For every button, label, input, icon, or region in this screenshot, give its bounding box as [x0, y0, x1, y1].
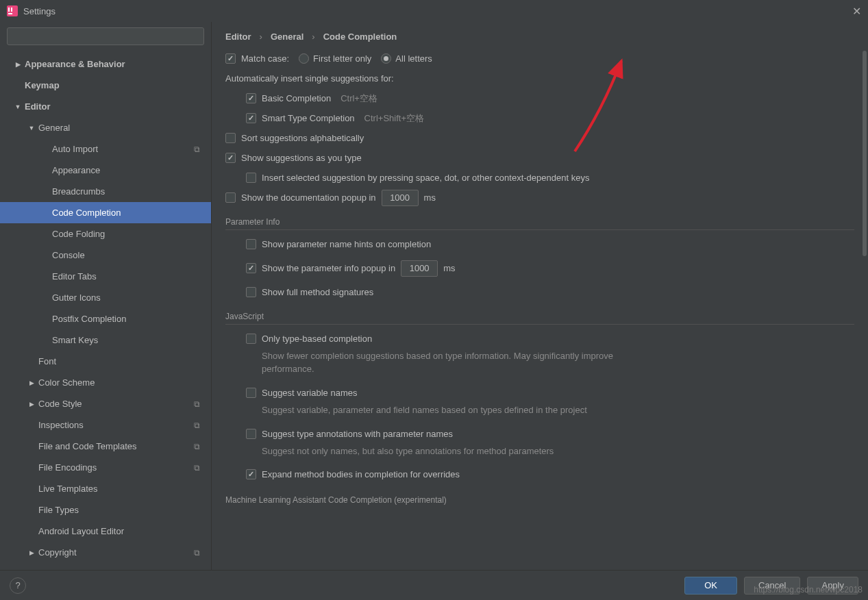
- tree-item-label: Live Templates: [38, 484, 97, 494]
- tree-item-label: Keymap: [25, 80, 60, 90]
- basic-completion-shortcut: Ctrl+空格: [340, 92, 377, 105]
- all-letters-radio[interactable]: [381, 53, 391, 64]
- param-popup-pre: Show the parameter info popup in: [262, 263, 395, 273]
- tree-item-editor-tabs[interactable]: ▶Editor Tabs: [0, 266, 211, 287]
- basic-completion-label: Basic Completion: [262, 93, 331, 103]
- tree-item-breadcrumbs[interactable]: ▶Breadcrumbs: [0, 181, 211, 202]
- tree-item-label: Code Completion: [52, 208, 121, 218]
- show-as-type-checkbox[interactable]: [225, 153, 236, 163]
- breadcrumb: Editor › General › Code Completion: [212, 22, 868, 49]
- scope-icon: ⧉: [194, 421, 200, 430]
- js-type-checkbox[interactable]: [246, 334, 256, 344]
- tree-item-label: Font: [38, 356, 56, 366]
- js-expand-checkbox[interactable]: [246, 469, 256, 479]
- section-ml: Machine Learning Assistant Code Completi…: [225, 495, 854, 508]
- js-type-desc: Show fewer completion suggestions based …: [262, 350, 618, 376]
- match-case-checkbox[interactable]: [225, 53, 236, 64]
- tree-item-file-and-code-templates[interactable]: ▶File and Code Templates⧉: [0, 436, 211, 457]
- chevron-down-icon: ▼: [26, 125, 37, 132]
- js-var-checkbox[interactable]: [246, 388, 256, 398]
- tree-item-label: Breadcrumbs: [52, 186, 105, 197]
- tree-item-code-completion[interactable]: ▶Code Completion: [0, 202, 211, 223]
- tree-item-label: Postfix Completion: [52, 314, 126, 324]
- sidebar: 🔍 ▶Appearance & Behavior▶Keymap▼Editor▼G…: [0, 22, 212, 570]
- doc-popup-input[interactable]: [382, 190, 419, 206]
- tree-item-code-style[interactable]: ▶Code Style⧉: [0, 393, 211, 414]
- tree-item-gutter-icons[interactable]: ▶Gutter Icons: [0, 287, 211, 308]
- tree-item-color-scheme[interactable]: ▶Color Scheme: [0, 372, 211, 393]
- search-input[interactable]: [7, 27, 204, 45]
- ok-button[interactable]: OK: [684, 577, 737, 595]
- watermark: https://blog.csdn.net/wpc2018: [754, 585, 863, 595]
- chevron-right-icon: ›: [260, 32, 262, 42]
- chevron-right-icon: ›: [312, 32, 314, 42]
- chevron-right-icon: ▶: [26, 549, 37, 556]
- param-hints-checkbox[interactable]: [246, 239, 256, 249]
- js-ann-desc: Suggest not only names, but also type an…: [262, 445, 618, 458]
- first-letter-radio[interactable]: [299, 53, 309, 64]
- breadcrumb-general[interactable]: General: [271, 32, 303, 42]
- tree-item-file-encodings[interactable]: ▶File Encodings⧉: [0, 457, 211, 478]
- titlebar: Settings ✕: [0, 0, 868, 22]
- section-javascript: JavaScript: [225, 312, 854, 325]
- doc-popup-pre: Show the documentation popup in: [241, 192, 376, 203]
- scope-icon: ⧉: [194, 463, 200, 473]
- tree-item-smart-keys[interactable]: ▶Smart Keys: [0, 329, 211, 351]
- scrollbar[interactable]: [863, 51, 867, 256]
- chevron-right-icon: ▶: [12, 61, 23, 68]
- tree-item-label: General: [38, 123, 70, 133]
- tree-item-auto-import[interactable]: ▶Auto Import⧉: [0, 138, 211, 160]
- tree-item-postfix-completion[interactable]: ▶Postfix Completion: [0, 308, 211, 329]
- js-type-label: Only type-based completion: [262, 334, 372, 344]
- chevron-right-icon: ▶: [26, 379, 37, 386]
- tree-item-file-types[interactable]: ▶File Types: [0, 499, 211, 521]
- tree-item-appearance[interactable]: ▶Appearance: [0, 160, 211, 181]
- close-icon[interactable]: ✕: [852, 5, 861, 18]
- tree-item-label: Inspections: [38, 420, 84, 430]
- settings-tree: ▶Appearance & Behavior▶Keymap▼Editor▼Gen…: [0, 51, 211, 570]
- sort-alpha-checkbox[interactable]: [225, 133, 236, 143]
- js-ann-checkbox[interactable]: [246, 429, 256, 439]
- first-letter-label: First letter only: [313, 53, 371, 64]
- tree-item-inspections[interactable]: ▶Inspections⧉: [0, 414, 211, 436]
- tree-item-label: Console: [52, 250, 85, 260]
- scope-icon: ⧉: [194, 399, 200, 409]
- full-sig-label: Show full method signatures: [262, 287, 373, 297]
- smart-completion-checkbox[interactable]: [246, 113, 256, 123]
- tree-item-keymap[interactable]: ▶Keymap: [0, 75, 211, 96]
- section-parameter-info: Parameter Info: [225, 217, 854, 230]
- insert-selected-checkbox[interactable]: [246, 173, 256, 183]
- js-var-desc: Suggest variable, parameter and field na…: [262, 404, 618, 417]
- breadcrumb-code-completion: Code Completion: [323, 32, 397, 42]
- tree-item-code-folding[interactable]: ▶Code Folding: [0, 223, 211, 245]
- tree-item-appearance-behavior[interactable]: ▶Appearance & Behavior: [0, 53, 211, 75]
- tree-item-label: Android Layout Editor: [38, 526, 124, 536]
- tree-item-live-templates[interactable]: ▶Live Templates: [0, 478, 211, 499]
- tree-item-editor[interactable]: ▼Editor: [0, 96, 211, 117]
- tree-item-label: Gutter Icons: [52, 292, 101, 303]
- basic-completion-checkbox[interactable]: [246, 93, 256, 103]
- full-sig-checkbox[interactable]: [246, 287, 256, 297]
- tree-item-label: Code Folding: [52, 229, 105, 239]
- sort-alpha-label: Sort suggestions alphabetically: [241, 133, 364, 143]
- insert-selected-label: Insert selected suggestion by pressing s…: [262, 173, 589, 183]
- tree-item-console[interactable]: ▶Console: [0, 245, 211, 266]
- scope-icon: ⧉: [194, 548, 200, 558]
- scope-icon: ⧉: [194, 145, 200, 154]
- tree-item-label: File Types: [38, 505, 79, 515]
- tree-item-android-layout-editor[interactable]: ▶Android Layout Editor: [0, 521, 211, 542]
- tree-item-label: Appearance: [52, 165, 100, 175]
- app-icon: [7, 5, 18, 16]
- tree-item-copyright[interactable]: ▶Copyright⧉: [0, 542, 211, 563]
- tree-item-general[interactable]: ▼General: [0, 117, 211, 138]
- tree-item-label: Copyright: [38, 547, 77, 558]
- js-expand-label: Expand method bodies in completion for o…: [262, 469, 460, 479]
- help-button[interactable]: ?: [10, 577, 26, 594]
- tree-item-label: Editor Tabs: [52, 271, 97, 282]
- param-popup-checkbox[interactable]: [246, 263, 256, 273]
- doc-popup-checkbox[interactable]: [225, 192, 236, 203]
- breadcrumb-editor[interactable]: Editor: [225, 32, 251, 42]
- tree-item-label: File Encodings: [38, 462, 97, 473]
- tree-item-font[interactable]: ▶Font: [0, 351, 211, 372]
- param-popup-input[interactable]: [401, 260, 438, 277]
